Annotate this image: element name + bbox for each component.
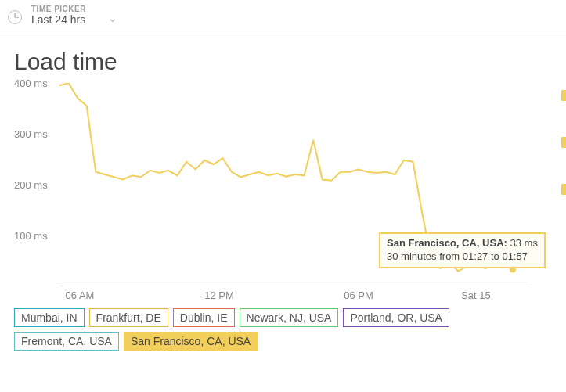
- x-tick: Sat 15: [461, 290, 491, 301]
- chart-tooltip: San Francisco, CA, USA: 33 ms 30 minutes…: [379, 232, 546, 268]
- tooltip-value: 33 ms: [510, 237, 538, 249]
- x-axis-ticks: 06 AM 12 PM 06 PM Sat 15: [14, 290, 531, 304]
- edge-marker: [561, 184, 566, 195]
- legend-item[interactable]: Frankfurt, DE: [89, 308, 168, 327]
- chart-plot[interactable]: 400 ms 300 ms 200 ms 100 ms San Francisc…: [14, 83, 531, 286]
- legend-item[interactable]: Mumbai, IN: [14, 308, 85, 327]
- tooltip-detail: 30 minutes from 01:27 to 01:57: [387, 250, 528, 262]
- tooltip-location: San Francisco, CA, USA:: [387, 237, 507, 249]
- x-axis: [59, 286, 531, 286]
- legend-item[interactable]: Newark, NJ, USA: [240, 308, 339, 327]
- time-picker-label: TIME PICKER: [31, 5, 86, 13]
- time-picker-bar: TIME PICKER Last 24 hrs ⌄: [0, 0, 566, 34]
- chart-legend: Mumbai, INFrankfurt, DEDublin, IENewark,…: [14, 308, 546, 351]
- x-tick: 06 AM: [66, 290, 95, 301]
- x-tick: 12 PM: [204, 290, 234, 301]
- edge-marker: [561, 137, 566, 148]
- legend-item[interactable]: Portland, OR, USA: [343, 308, 449, 327]
- chart-title: Load time: [14, 49, 560, 75]
- legend-item[interactable]: San Francisco, CA, USA: [124, 332, 258, 351]
- legend-item[interactable]: Fremont, CA, USA: [14, 332, 119, 351]
- legend-item[interactable]: Dublin, IE: [173, 308, 235, 327]
- x-tick: 06 PM: [344, 290, 373, 301]
- chart-container: Load time 400 ms 300 ms 200 ms 100 ms Sa…: [0, 34, 566, 357]
- right-edge-markers: [561, 72, 566, 213]
- time-picker-value: Last 24 hrs: [31, 13, 86, 26]
- edge-marker: [561, 90, 566, 101]
- clock-icon: [8, 10, 22, 24]
- chevron-down-icon[interactable]: ⌄: [108, 12, 117, 24]
- time-picker[interactable]: TIME PICKER Last 24 hrs: [31, 5, 86, 26]
